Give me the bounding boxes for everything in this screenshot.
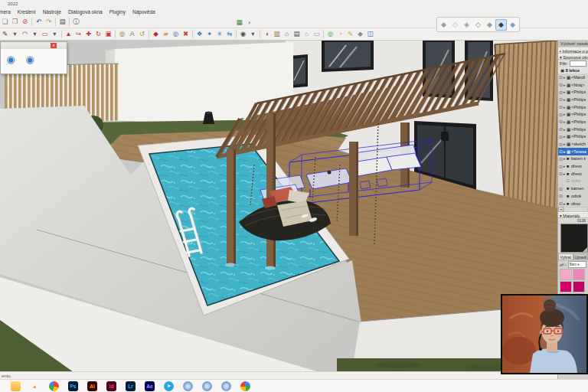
home-tool[interactable]: ⌂ (282, 29, 292, 39)
outliner-item[interactable]: ⊙ ■ odtok (558, 192, 588, 200)
material-swatch[interactable] (573, 269, 585, 280)
taskbar-sketchup-3[interactable] (221, 381, 231, 391)
scale-tool[interactable]: ▣ (103, 29, 113, 39)
outliner-root-item[interactable]: ▣ 8 lekce (558, 67, 588, 74)
face-style-dropdown[interactable]: ◉ (238, 29, 248, 39)
outliner-item[interactable]: ⊙ ▸ ▦ <Terasa (558, 148, 588, 155)
menu-item[interactable]: Nápověda (132, 9, 155, 15)
outliner-item[interactable]: ⊙ ■ kámen (558, 185, 588, 192)
taskbar-sketchup-2[interactable] (202, 381, 212, 391)
copy-button[interactable]: ❏ (0, 17, 10, 27)
menu-item[interactable]: Nástroje (43, 9, 61, 15)
paste-button[interactable]: ❐ (10, 17, 20, 27)
menu-item[interactable]: Kreslení (18, 9, 36, 15)
walk-tool[interactable]: ▥ (272, 29, 282, 39)
taskbar-photoshop[interactable]: Ps (68, 381, 78, 391)
viewport-3d-scene[interactable] (0, 41, 557, 371)
dimension-tool[interactable]: ✎ (345, 29, 355, 39)
style-xray-button[interactable]: ◆ (438, 19, 449, 31)
model-info-button[interactable]: ⓘ (71, 17, 81, 27)
bed-component-icon[interactable]: ▭ (312, 29, 322, 39)
scroll-left-icon[interactable]: ◂ (558, 207, 564, 212)
outliner-item[interactable]: ⊙ ▸ ▦ <Philips (558, 118, 588, 126)
arc-tool-dropdown[interactable]: ▾ (30, 29, 40, 39)
face-style-arrow[interactable]: ▾ (248, 29, 258, 39)
comment-bubble-icon[interactable]: ◗ (244, 18, 254, 28)
current-material-swatch[interactable] (560, 224, 588, 253)
paint-bucket-tool[interactable]: ◆ (151, 29, 161, 39)
close-icon[interactable]: ✕ (51, 43, 57, 48)
menu-item[interactable]: Dialogová okna (68, 9, 103, 15)
cancel-button[interactable]: ⊘ (20, 17, 30, 27)
rotate-tool[interactable]: ↻ (93, 29, 103, 39)
scroll-track[interactable] (564, 207, 587, 211)
redo-button[interactable]: ↷ (44, 17, 54, 27)
print-button[interactable]: ▤ (57, 17, 67, 27)
move-tool[interactable]: ✚ (83, 29, 93, 39)
in-model-house-icon[interactable]: ⌂ (564, 262, 567, 266)
palette-globe-icon-2[interactable]: ◉ (21, 51, 38, 68)
taskbar-illustrator[interactable]: Ai (87, 381, 97, 391)
outliner-item[interactable]: ⊙ ▸ ▦ <Philips (558, 96, 588, 103)
outliner-item[interactable]: ◌ □ zytky (558, 178, 588, 185)
look-around-tool[interactable]: ◫ (365, 29, 375, 39)
outliner-item[interactable]: ⊙ ▸ ▦ <Mandl (558, 74, 588, 81)
outliner-section-header[interactable]: ▾ Stromové okn (558, 54, 588, 60)
outliner-item[interactable]: ⊙ ▸ ■ okno (558, 200, 588, 207)
material-swatch[interactable] (573, 281, 585, 292)
outliner-hscrollbar[interactable]: ◂ (558, 207, 588, 212)
zoom-extents-tool[interactable]: ✖ (181, 29, 191, 39)
xray-mode-icon[interactable]: ❖ (194, 29, 204, 39)
line-tool-dropdown[interactable]: ▾ (10, 29, 20, 39)
monochrome-mode-icon[interactable]: ⇆ (224, 29, 234, 39)
material-swatch[interactable] (560, 281, 572, 292)
axes-tool[interactable]: ◎ (325, 29, 335, 39)
undo-button[interactable]: ↶ (34, 17, 44, 27)
taskbar-google[interactable] (240, 381, 250, 391)
material-swatch[interactable] (560, 269, 572, 280)
home-outline-icon[interactable]: ⌂ (302, 29, 312, 39)
outliner-item[interactable]: ⊙ ▸ ▦ <Philips (558, 126, 588, 133)
palette-title-bar[interactable]: ✕ (1, 42, 67, 49)
style-wireframe-button[interactable]: ◈ (461, 19, 472, 31)
text-tool[interactable]: A (127, 29, 137, 39)
tab-edit[interactable]: Upravit (573, 253, 588, 260)
outliner-item[interactable]: ⊙ ▸ ▦ <Philips (558, 103, 588, 111)
follow-me-tool[interactable]: ↪ (74, 29, 83, 39)
eraser-tool[interactable]: ▰ (161, 29, 171, 39)
taskbar-telegram[interactable]: ➤ (164, 381, 174, 391)
zoom-window-tool[interactable]: ◎ (171, 29, 181, 39)
outliner-item[interactable]: ⊙ ▸ ▦ <Philips (558, 110, 588, 118)
rectangle-tool[interactable]: ▭ (40, 29, 50, 39)
outliner-item[interactable]: ⊙ ▸ ▦ <Niraj> (558, 81, 588, 89)
push-pull-tool[interactable]: ▲ (64, 29, 74, 39)
wireframe-mode-icon[interactable]: ✦ (204, 29, 214, 39)
outliner-item[interactable]: ⊙ ▸ ▦ <sketch (558, 140, 588, 148)
materials-section-header[interactable]: ▾ Materiály (558, 212, 588, 218)
visibility-eye-icon[interactable]: ◌ (559, 178, 564, 183)
floating-tool-palette[interactable]: ✕ ◉◉ (0, 41, 67, 74)
arc-tool[interactable]: ◠ (20, 29, 30, 39)
taskbar-lightroom[interactable]: Lr (126, 381, 136, 391)
style-monochrome-button[interactable]: ◆ (507, 19, 518, 31)
visibility-eye-icon[interactable]: ⊙ (559, 186, 564, 191)
rectangle-tool-dropdown[interactable]: ▾ (50, 29, 60, 39)
menu-item[interactable]: mera (0, 9, 11, 15)
style-back-edges-button[interactable]: ◇ (449, 19, 461, 31)
add-location-tool[interactable]: ◆ (355, 29, 365, 39)
zoom-tool[interactable]: ◎ (117, 29, 127, 39)
style-shaded-button[interactable]: ◆ (484, 19, 495, 31)
palette-globe-icon-1[interactable]: ◉ (2, 51, 19, 68)
shaded-mode-icon[interactable]: ✳ (214, 29, 224, 39)
filter-input[interactable] (570, 60, 586, 67)
outliner-item[interactable]: ⊙ ▸ ■ bazen k (558, 155, 588, 163)
line-tool[interactable]: ✎ (0, 29, 10, 39)
style-hidden-line-button[interactable]: ◇ (472, 19, 484, 31)
orbit-tool[interactable]: ↺ (137, 29, 147, 39)
cabinet-component-icon[interactable]: ▤ (292, 29, 302, 39)
position-camera-tool[interactable]: ◖ (262, 29, 272, 39)
taskbar-aftereffects[interactable]: Ae (145, 381, 155, 391)
tab-select[interactable]: Vybrat (558, 253, 573, 260)
outliner-item[interactable]: ⊙ ▸ ▦ <Philips (558, 133, 588, 141)
section-plane-tool[interactable]: ◔ (335, 29, 345, 39)
